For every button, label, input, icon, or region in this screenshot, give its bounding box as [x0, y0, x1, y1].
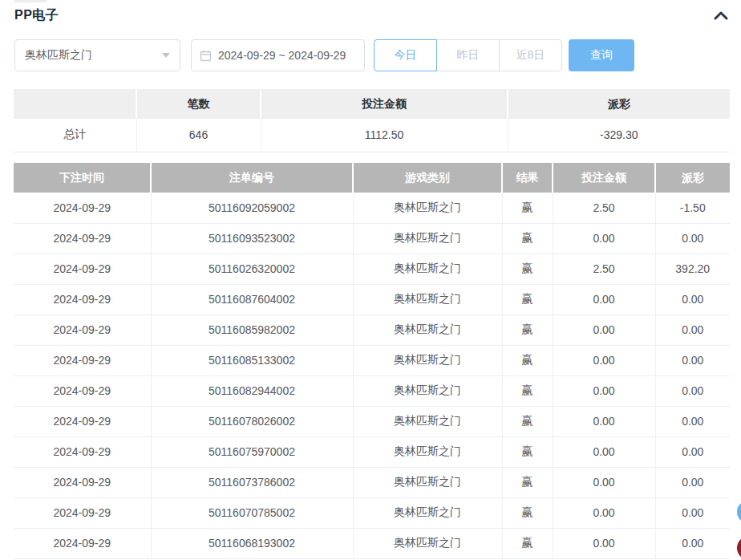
cell-bet-amount: 0.00 [553, 345, 655, 375]
cell-game-category: 奥林匹斯之门 [353, 467, 502, 497]
detail-header-row: 下注时间 注单编号 游戏类别 结果 投注金额 派彩 [14, 163, 730, 193]
cell-bet-amount: 2.50 [553, 254, 655, 284]
cell-game-category: 奥林匹斯之门 [353, 254, 502, 284]
cell-bet-amount: 0.00 [553, 284, 655, 314]
cell-bet-time: 2024-09-29 [14, 284, 151, 314]
cell-payout: 0.00 [655, 223, 730, 254]
last-8-days-button[interactable]: 近8日 [499, 39, 562, 71]
search-button[interactable]: 查询 [569, 39, 634, 71]
cell-result: 赢 [502, 497, 553, 528]
cell-payout: 392.20 [655, 254, 730, 284]
table-row: 2024-09-29 50116078026002 奥林匹斯之门 赢 0.00 … [14, 406, 730, 436]
table-row: 2024-09-29 50116070785002 奥林匹斯之门 赢 0.00 … [14, 497, 730, 528]
table-row: 2024-09-29 50116085982002 奥林匹斯之门 赢 0.00 … [14, 314, 730, 345]
floating-button-blue-partial[interactable] [737, 501, 741, 523]
yesterday-button[interactable]: 昨日 [436, 39, 500, 71]
table-row: 2024-09-29 50116087604002 奥林匹斯之门 赢 0.00 … [14, 284, 730, 314]
cell-game-category: 奥林匹斯之门 [353, 223, 502, 254]
caret-down-icon [162, 53, 170, 58]
cell-result: 赢 [502, 375, 553, 406]
cell-bet-time: 2024-09-29 [14, 436, 151, 467]
cell-bet-amount: 0.00 [553, 375, 655, 406]
detail-header-bet-time: 下注时间 [14, 163, 151, 193]
date-range-input[interactable]: 2024-09-29 ~ 2024-09-29 [191, 39, 365, 71]
cell-payout: 0.00 [655, 467, 730, 497]
calendar-icon [200, 50, 212, 62]
cell-result: 赢 [502, 254, 553, 284]
table-row: 2024-09-29 50116073786002 奥林匹斯之门 赢 0.00 … [14, 467, 730, 497]
cell-result: 赢 [502, 406, 553, 436]
table-row: 2024-09-29 50116075970002 奥林匹斯之门 赢 0.00 … [14, 436, 730, 467]
cell-bet-id: 50116087604002 [151, 284, 353, 314]
cell-bet-id: 50116085982002 [151, 314, 353, 345]
cell-result: 赢 [502, 223, 553, 254]
cell-bet-time: 2024-09-29 [14, 193, 151, 223]
game-select[interactable]: 奥林匹斯之门 [14, 39, 180, 71]
table-row: 2024-09-29 50116092059002 奥林匹斯之门 赢 2.50 … [14, 193, 730, 223]
total-label: 总计 [14, 119, 136, 152]
cell-payout: 0.00 [655, 284, 730, 314]
table-row: 2024-09-29 50116026320002 奥林匹斯之门 赢 2.50 … [14, 254, 730, 284]
cell-bet-id: 50116082944002 [151, 375, 353, 406]
cell-payout: 0.00 [655, 528, 730, 558]
cell-game-category: 奥林匹斯之门 [353, 345, 502, 375]
cell-bet-amount: 0.00 [553, 406, 655, 436]
cell-bet-time: 2024-09-29 [14, 314, 151, 345]
cell-game-category: 奥林匹斯之门 [353, 528, 502, 558]
cell-bet-id: 50116092059002 [151, 193, 353, 223]
cell-bet-id: 50116078026002 [151, 406, 353, 436]
filter-bar: 奥林匹斯之门 2024-09-29 ~ 2024-09-29 今日 昨日 近8日… [14, 39, 634, 71]
cell-result: 赢 [502, 314, 553, 345]
cell-bet-id: 50116075970002 [151, 436, 353, 467]
pp-games-panel: PP电子 奥林匹斯之门 2024-09-29 ~ 2024-09-29 [0, 0, 741, 560]
cell-result: 赢 [502, 193, 553, 223]
summary-header-count: 笔数 [136, 89, 261, 119]
cell-payout: 0.00 [655, 436, 730, 467]
cell-result: 赢 [502, 345, 553, 375]
summary-header-row: 笔数 投注金额 派彩 [14, 89, 730, 119]
cell-bet-time: 2024-09-29 [14, 375, 151, 406]
collapse-chevron-up-icon[interactable] [712, 8, 730, 22]
cell-game-category: 奥林匹斯之门 [353, 375, 502, 406]
cell-payout: 0.00 [655, 406, 730, 436]
cell-bet-time: 2024-09-29 [14, 345, 151, 375]
total-bet-amount: 1112.50 [261, 119, 508, 152]
table-row: 2024-09-29 50116068193002 奥林匹斯之门 赢 0.00 … [14, 528, 730, 558]
detail-header-bet-amount: 投注金额 [553, 163, 655, 193]
top-edge-fragment [14, 0, 47, 2]
today-button[interactable]: 今日 [374, 39, 437, 71]
game-select-value: 奥林匹斯之门 [25, 48, 92, 63]
cell-bet-amount: 2.50 [553, 193, 655, 223]
quick-date-button-group: 今日 昨日 近8日 [374, 39, 562, 71]
cell-bet-id: 50116026320002 [151, 254, 353, 284]
cell-result: 赢 [502, 436, 553, 467]
floating-button-red-partial[interactable] [737, 536, 741, 560]
detail-header-game-category: 游戏类别 [353, 163, 502, 193]
cell-bet-id: 50116068193002 [151, 528, 353, 558]
cell-payout: -1.50 [655, 193, 730, 223]
cell-bet-time: 2024-09-29 [14, 223, 151, 254]
cell-bet-id: 50116073786002 [151, 467, 353, 497]
cell-bet-id: 50116070785002 [151, 497, 353, 528]
table-row: 2024-09-29 50116082944002 奥林匹斯之门 赢 0.00 … [14, 375, 730, 406]
cell-game-category: 奥林匹斯之门 [353, 284, 502, 314]
cell-game-category: 奥林匹斯之门 [353, 406, 502, 436]
detail-header-result: 结果 [502, 163, 553, 193]
cell-bet-time: 2024-09-29 [14, 528, 151, 558]
cell-result: 赢 [502, 284, 553, 314]
cell-bet-amount: 0.00 [553, 436, 655, 467]
summary-header-payout: 派彩 [508, 89, 730, 119]
cell-bet-amount: 0.00 [553, 497, 655, 528]
cell-bet-id: 50116085133002 [151, 345, 353, 375]
date-range-value: 2024-09-29 ~ 2024-09-29 [218, 49, 346, 62]
summary-header-empty [14, 89, 136, 119]
summary-total-row: 总计 646 1112.50 -329.30 [14, 119, 730, 152]
total-payout: -329.30 [508, 119, 730, 152]
cell-bet-amount: 0.00 [553, 528, 655, 558]
cell-bet-amount: 0.00 [553, 223, 655, 254]
table-row: 2024-09-29 50116085133002 奥林匹斯之门 赢 0.00 … [14, 345, 730, 375]
cell-bet-time: 2024-09-29 [14, 497, 151, 528]
cell-payout: 0.00 [655, 345, 730, 375]
cell-bet-time: 2024-09-29 [14, 254, 151, 284]
detail-table: 下注时间 注单编号 游戏类别 结果 投注金额 派彩 2024-09-29 501… [14, 163, 730, 559]
